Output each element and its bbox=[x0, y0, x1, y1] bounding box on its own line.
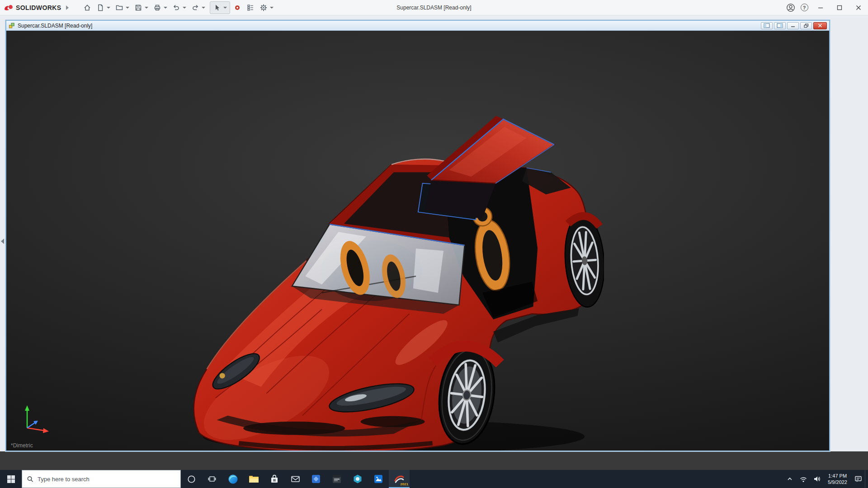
document-window: Supercar.SLDASM [Read-only] bbox=[5, 20, 830, 451]
document-restore-button[interactable] bbox=[800, 22, 812, 29]
speaker-icon bbox=[813, 475, 821, 483]
home-icon bbox=[83, 4, 91, 12]
brand-wordmark: SOLIDWORKS bbox=[16, 4, 61, 11]
redo-dropdown-caret-icon[interactable] bbox=[202, 7, 205, 9]
microsoft-store-icon bbox=[270, 474, 279, 484]
edge-browser-button[interactable] bbox=[222, 470, 243, 488]
graphics-viewport[interactable]: *Dimetric bbox=[6, 31, 829, 450]
maximize-button[interactable] bbox=[830, 0, 849, 15]
solidworks-brand: SOLIDWORKS bbox=[0, 4, 72, 11]
open-dropdown-caret-icon[interactable] bbox=[126, 7, 129, 9]
home-button[interactable] bbox=[81, 2, 93, 14]
document-title: Supercar.SLDASM [Read-only] bbox=[18, 23, 92, 29]
action-center-button[interactable] bbox=[851, 470, 865, 488]
close-icon bbox=[856, 5, 861, 10]
close-button[interactable] bbox=[849, 0, 868, 15]
clock-date: 5/9/2022 bbox=[828, 479, 847, 485]
solidworks-application-window: SOLIDWORKS bbox=[0, 0, 868, 488]
feature-tree-display-button[interactable] bbox=[245, 2, 256, 14]
volume-button[interactable] bbox=[810, 470, 824, 488]
open-button[interactable] bbox=[113, 2, 125, 14]
menu-expand-arrow-icon[interactable] bbox=[66, 5, 69, 10]
main-window-title: Supercar.SLDASM [Read-only] bbox=[396, 5, 471, 11]
supercar-3d-model bbox=[184, 110, 604, 450]
main-titlebar: SOLIDWORKS bbox=[0, 0, 868, 15]
document-titlebar[interactable]: Supercar.SLDASM [Read-only] bbox=[6, 21, 829, 31]
select-tool-button[interactable] bbox=[211, 2, 223, 14]
minimize-icon bbox=[818, 5, 823, 10]
photos-app-icon bbox=[373, 474, 383, 484]
maximize-icon bbox=[837, 5, 842, 10]
search-input[interactable] bbox=[38, 476, 175, 483]
undo-dropdown-caret-icon[interactable] bbox=[183, 7, 186, 9]
show-desktop-button[interactable] bbox=[865, 470, 868, 488]
view-orientation-label: *Dimetric bbox=[11, 442, 33, 449]
undo-button[interactable] bbox=[170, 2, 182, 14]
print-button[interactable] bbox=[151, 2, 163, 14]
tray-overflow-button[interactable] bbox=[783, 470, 797, 488]
network-button[interactable] bbox=[797, 470, 810, 488]
main-window-controls: ? bbox=[784, 0, 868, 15]
microsoft-store-button[interactable] bbox=[264, 470, 285, 488]
cortana-button[interactable] bbox=[181, 470, 202, 488]
tree-list-icon bbox=[246, 4, 255, 12]
mouse-gesture-donut-icon bbox=[233, 4, 241, 12]
select-dropdown-caret-icon[interactable] bbox=[223, 7, 227, 9]
teal-hexagon-app-icon bbox=[353, 474, 363, 484]
taskbar-clock[interactable]: 1:47 PM 5/9/2022 bbox=[824, 473, 851, 485]
quick-access-toolbar bbox=[81, 1, 277, 14]
document-close-button[interactable] bbox=[813, 22, 827, 29]
cortana-icon bbox=[187, 475, 196, 483]
search-icon bbox=[27, 476, 33, 483]
document-restore-icon bbox=[804, 23, 809, 28]
taskbar-search[interactable] bbox=[22, 470, 181, 488]
mdi-background-band bbox=[0, 451, 868, 470]
help-button[interactable]: ? bbox=[797, 0, 811, 15]
chevron-up-icon bbox=[787, 476, 793, 482]
save-button[interactable] bbox=[132, 2, 144, 14]
save-dropdown-caret-icon[interactable] bbox=[145, 7, 148, 9]
task-view-button[interactable] bbox=[202, 470, 222, 488]
windows-logo-icon bbox=[7, 475, 15, 483]
display-pane-left-button[interactable] bbox=[761, 22, 773, 29]
feature-panel-collapse-arrow-icon[interactable] bbox=[1, 239, 4, 244]
blue-app-button[interactable] bbox=[306, 470, 326, 488]
undo-icon bbox=[172, 4, 180, 12]
help-icon: ? bbox=[801, 4, 808, 11]
mail-envelope-icon bbox=[291, 475, 300, 483]
blue-app-icon bbox=[311, 474, 321, 484]
options-dropdown-caret-icon[interactable] bbox=[270, 7, 274, 9]
clock-time: 1:47 PM bbox=[828, 473, 847, 479]
account-button[interactable] bbox=[784, 0, 797, 15]
start-button[interactable] bbox=[0, 470, 22, 488]
split-pane-left-icon bbox=[764, 23, 770, 28]
new-document-icon bbox=[96, 4, 104, 12]
document-minimize-button[interactable] bbox=[787, 22, 799, 29]
document-close-icon bbox=[818, 23, 822, 28]
solidworks-taskbar-button[interactable]: 2021 bbox=[389, 470, 410, 488]
3ds-logo-icon bbox=[4, 4, 14, 11]
display-pane-right-button[interactable] bbox=[774, 22, 786, 29]
photos-app-button[interactable] bbox=[368, 470, 389, 488]
select-tool-group bbox=[210, 1, 230, 14]
file-explorer-icon bbox=[249, 474, 259, 483]
edge-browser-icon bbox=[228, 474, 238, 484]
teal-app-button[interactable] bbox=[347, 470, 368, 488]
print-dropdown-caret-icon[interactable] bbox=[164, 7, 167, 9]
minimize-button[interactable] bbox=[811, 0, 830, 15]
redo-button[interactable] bbox=[189, 2, 201, 14]
help-glyph: ? bbox=[803, 5, 806, 10]
select-cursor-icon bbox=[213, 4, 221, 12]
assembly-document-icon bbox=[9, 23, 15, 28]
new-dropdown-caret-icon[interactable] bbox=[107, 7, 110, 9]
dark-app-button[interactable] bbox=[326, 470, 347, 488]
mail-button[interactable] bbox=[285, 470, 306, 488]
user-account-icon bbox=[786, 3, 795, 12]
file-explorer-button[interactable] bbox=[243, 470, 264, 488]
solidworks-version-badge: 2021 bbox=[400, 483, 408, 486]
orientation-triad-icon bbox=[18, 400, 53, 438]
options-button[interactable] bbox=[258, 2, 269, 14]
mdi-workspace: Supercar.SLDASM [Read-only] bbox=[0, 15, 868, 470]
new-document-button[interactable] bbox=[94, 2, 106, 14]
mouse-gestures-button[interactable] bbox=[231, 2, 243, 14]
